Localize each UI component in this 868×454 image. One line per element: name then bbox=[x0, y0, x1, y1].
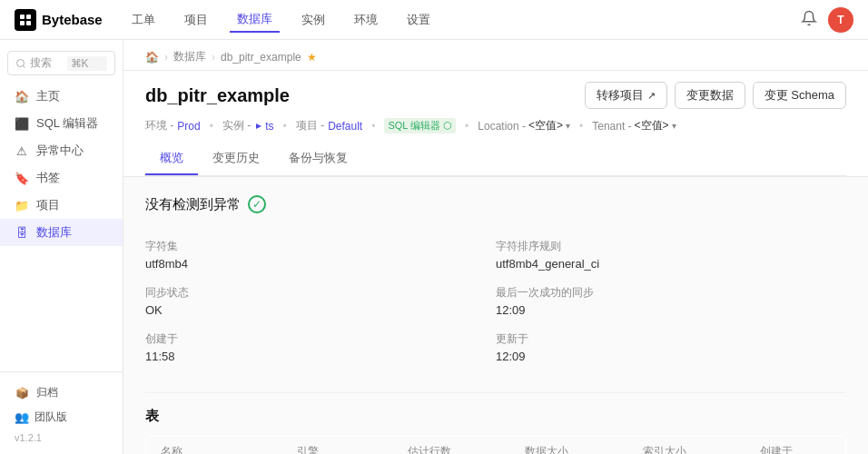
alert-icon: ⚠ bbox=[15, 143, 29, 158]
sidebar-item-database[interactable]: 🗄 数据库 bbox=[0, 219, 123, 246]
breadcrumb-sep2: › bbox=[212, 51, 215, 64]
sidebar-item-sql-editor[interactable]: ⬛ SQL 编辑器 bbox=[0, 110, 123, 137]
created-item: 创建于 11:58 bbox=[145, 324, 496, 370]
sync-status-item: 同步状态 OK bbox=[145, 278, 496, 324]
last-sync-value: 12:09 bbox=[496, 303, 846, 317]
database-icon: 🗄 bbox=[15, 225, 29, 240]
sync-status-label: 同步状态 bbox=[145, 285, 496, 301]
svg-point-4 bbox=[17, 59, 25, 66]
env-value[interactable]: Prod bbox=[177, 120, 200, 133]
collation-label: 字符排序规则 bbox=[496, 239, 846, 254]
breadcrumb: 🏠 › 数据库 › db_pitr_example ★ bbox=[123, 40, 868, 71]
archive-icon: 📦 bbox=[15, 386, 29, 400]
search-box[interactable]: 搜索 ⌘K bbox=[7, 51, 115, 75]
created-label: 创建于 bbox=[145, 331, 496, 347]
tables-table: 名称 引擎 估计行数 数据大小 索引大小 创建于 pitr_one InnoDB bbox=[145, 436, 846, 454]
nav-item-workorder[interactable]: 工单 bbox=[124, 8, 163, 32]
sidebar-item-bookmark[interactable]: 🔖 书签 bbox=[0, 164, 123, 192]
nav-item-environment[interactable]: 环境 bbox=[347, 8, 385, 32]
sidebar-item-home[interactable]: 🏠 主页 bbox=[0, 83, 123, 110]
db-header: db_pitr_example 转移项目 ↗ 变更数据 变更 Schema bbox=[123, 71, 868, 177]
col-data-size: 数据大小 bbox=[510, 437, 627, 455]
bell-icon[interactable] bbox=[801, 10, 817, 29]
created-value: 11:58 bbox=[145, 350, 496, 363]
home-icon: 🏠 bbox=[15, 89, 29, 104]
search-placeholder: 搜索 bbox=[30, 55, 64, 71]
location-dropdown[interactable]: Location - <空值> ▾ bbox=[478, 118, 570, 133]
main-content: 没有检测到异常 ✓ 字符集 utf8mb4 字符排序规则 utf8mb4_gen… bbox=[123, 177, 868, 454]
breadcrumb-db-name[interactable]: db_pitr_example bbox=[221, 51, 301, 64]
transfer-label: 转移项目 bbox=[597, 87, 644, 104]
col-est-rows: 估计行数 bbox=[393, 437, 510, 455]
collation-item: 字符排序规则 utf8mb4_general_ci bbox=[496, 232, 846, 278]
breadcrumb-home-icon[interactable]: 🏠 bbox=[145, 51, 159, 64]
svg-rect-1 bbox=[26, 15, 31, 19]
tab-change-history[interactable]: 变更历史 bbox=[198, 143, 274, 175]
sidebar-label-home: 主页 bbox=[36, 88, 60, 104]
sidebar-item-anomaly[interactable]: ⚠ 异常中心 bbox=[0, 137, 123, 164]
nav-item-instance[interactable]: 实例 bbox=[294, 8, 332, 32]
location-chevron-icon: ▾ bbox=[566, 121, 570, 131]
sidebar-label-bookmark: 书签 bbox=[36, 170, 60, 186]
instance-icon bbox=[254, 122, 263, 131]
sql-editor-tag[interactable]: SQL 编辑器 ⬡ bbox=[384, 118, 456, 133]
change-schema-button[interactable]: 变更 Schema bbox=[753, 82, 846, 109]
status-text: 没有检测到异常 bbox=[145, 196, 241, 213]
tables-header: 名称 引擎 估计行数 数据大小 索引大小 创建于 bbox=[146, 437, 846, 455]
last-sync-item: 最后一次成功的同步 12:09 bbox=[496, 278, 846, 324]
updated-label: 更新于 bbox=[496, 331, 846, 347]
project-value[interactable]: Default bbox=[328, 120, 362, 133]
nav-item-database[interactable]: 数据库 bbox=[230, 7, 280, 33]
main-layout: 搜索 ⌘K 🏠 主页 ⬛ SQL 编辑器 ⚠ 异常中心 🔖 书签 📁 项目 🗄 … bbox=[0, 40, 868, 454]
sidebar-label-anomaly: 异常中心 bbox=[36, 143, 84, 159]
charset-item: 字符集 utf8mb4 bbox=[145, 232, 496, 278]
sidebar-item-project[interactable]: 📁 项目 bbox=[0, 192, 123, 219]
change-schema-label: 变更 Schema bbox=[764, 87, 834, 104]
team-icon: 👥 bbox=[15, 410, 29, 424]
col-index-size: 索引大小 bbox=[628, 437, 745, 455]
svg-rect-3 bbox=[26, 21, 31, 25]
sidebar-label-archive: 归档 bbox=[36, 385, 58, 400]
charset-label: 字符集 bbox=[145, 239, 496, 254]
charset-value: utf8mb4 bbox=[145, 257, 496, 271]
star-icon[interactable]: ★ bbox=[307, 51, 317, 64]
nav-right: T bbox=[801, 7, 853, 33]
env-label: 环境 - bbox=[145, 118, 173, 133]
sidebar-bottom: 📦 归档 👥 团队版 v1.2.1 bbox=[0, 371, 123, 447]
logo[interactable]: Bytebase bbox=[15, 9, 103, 31]
team-label: 团队版 bbox=[35, 410, 67, 425]
db-title-row: db_pitr_example 转移项目 ↗ 变更数据 变更 Schema bbox=[145, 82, 846, 109]
tabs: 概览 变更历史 备份与恢复 bbox=[145, 143, 846, 176]
collation-value: utf8mb4_general_ci bbox=[496, 257, 846, 271]
breadcrumb-database[interactable]: 数据库 bbox=[173, 49, 206, 64]
col-engine: 引擎 bbox=[282, 437, 393, 455]
bookmark-icon: 🔖 bbox=[15, 171, 29, 185]
col-name: 名称 bbox=[146, 437, 283, 455]
sidebar-item-archive[interactable]: 📦 归档 bbox=[0, 380, 123, 406]
svg-rect-2 bbox=[20, 21, 25, 25]
sidebar: 搜索 ⌘K 🏠 主页 ⬛ SQL 编辑器 ⚠ 异常中心 🔖 书签 📁 项目 🗄 … bbox=[0, 40, 123, 454]
updated-value: 12:09 bbox=[496, 350, 846, 363]
info-grid: 字符集 utf8mb4 字符排序规则 utf8mb4_general_ci 同步… bbox=[145, 232, 846, 370]
change-data-button[interactable]: 变更数据 bbox=[675, 82, 745, 109]
avatar[interactable]: T bbox=[828, 7, 853, 33]
sidebar-label-sql: SQL 编辑器 bbox=[36, 115, 98, 132]
tab-backup-restore[interactable]: 备份与恢复 bbox=[274, 143, 362, 175]
last-sync-label: 最后一次成功的同步 bbox=[496, 285, 846, 301]
updated-item: 更新于 12:09 bbox=[496, 324, 846, 370]
version-text: v1.2.1 bbox=[0, 429, 123, 447]
nav-item-project[interactable]: 项目 bbox=[177, 8, 215, 32]
top-nav: Bytebase 工单 项目 数据库 实例 环境 设置 T bbox=[0, 0, 868, 40]
folder-icon: 📁 bbox=[15, 198, 29, 212]
sidebar-label-project: 项目 bbox=[36, 197, 60, 213]
search-icon bbox=[15, 58, 26, 69]
transfer-project-button[interactable]: 转移项目 ↗ bbox=[585, 82, 667, 109]
nav-item-settings[interactable]: 设置 bbox=[399, 8, 438, 32]
code-icon: ⬛ bbox=[15, 116, 29, 131]
sync-status-value: OK bbox=[145, 303, 496, 317]
tenant-dropdown[interactable]: Tenant - <空值> ▾ bbox=[592, 118, 676, 133]
change-data-label: 变更数据 bbox=[686, 87, 734, 104]
instance-value[interactable]: ts bbox=[254, 120, 273, 133]
tab-overview[interactable]: 概览 bbox=[145, 143, 198, 175]
project-label: 项目 - bbox=[296, 118, 324, 133]
